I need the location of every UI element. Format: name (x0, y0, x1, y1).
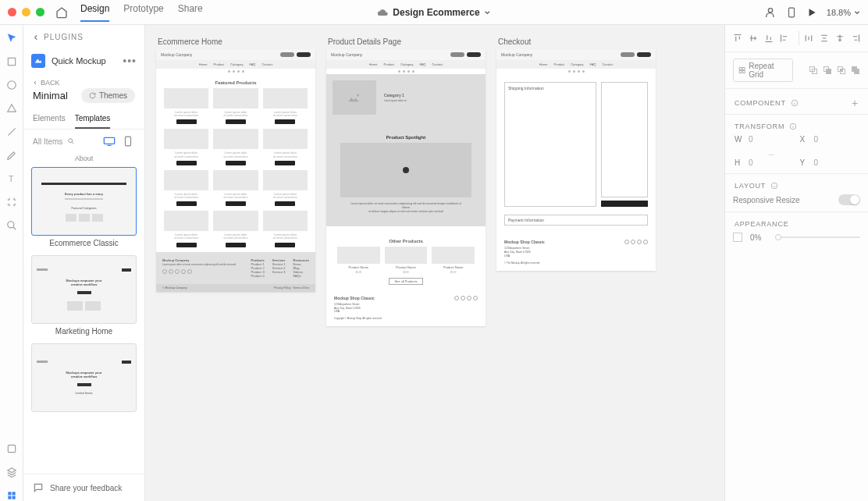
chevron-down-icon (485, 9, 491, 16)
maximize-window[interactable] (36, 8, 44, 16)
assets-icon[interactable] (6, 443, 17, 454)
info-icon[interactable] (770, 182, 778, 190)
add-component-icon[interactable]: + (852, 97, 859, 109)
align-top-icon[interactable] (733, 34, 742, 43)
svg-rect-16 (742, 68, 745, 70)
tab-design[interactable]: Design (80, 3, 109, 22)
artboard-wrap: Ecommerce Home Mockup Company HomeProduc… (156, 34, 315, 292)
plugins-header[interactable]: PLUGINS (23, 25, 144, 49)
text-tool-icon[interactable]: T (6, 173, 17, 184)
transform-label: TRANSFORM (735, 123, 784, 130)
component-section: COMPONENT + (725, 89, 868, 114)
close-window[interactable] (8, 8, 16, 16)
feedback-button[interactable]: Share your feedback (23, 474, 144, 501)
h-input[interactable]: 0 (749, 158, 794, 167)
plugin-icon (31, 54, 45, 68)
minimize-window[interactable] (22, 8, 30, 16)
tab-share[interactable]: Share (178, 3, 203, 22)
boolean-intersect-icon[interactable] (837, 66, 846, 75)
svg-rect-7 (8, 492, 11, 495)
rectangle-tool-icon[interactable] (6, 56, 17, 67)
svg-rect-8 (12, 492, 15, 495)
svg-rect-15 (739, 68, 742, 70)
canvas[interactable]: Ecommerce Home Mockup Company HomeProduc… (145, 25, 724, 501)
svg-rect-18 (742, 71, 745, 73)
line-tool-icon[interactable] (6, 126, 17, 137)
artboard-ecommerce-home[interactable]: Mockup Company HomeProductCategoryFAQCon… (156, 49, 315, 292)
artboard-checkout[interactable]: Mockup Company HomeProductCategoryFAQCon… (496, 49, 656, 271)
opacity-slider[interactable] (775, 236, 860, 238)
template-list[interactable]: Every product has a story Featured Categ… (23, 164, 144, 474)
themes-button[interactable]: Themes (81, 88, 135, 103)
active-plugin-row[interactable]: Quick Mockup ••• (23, 49, 144, 73)
info-icon[interactable] (791, 99, 799, 107)
mobile-icon[interactable] (786, 6, 797, 19)
align-right-icon[interactable] (851, 34, 860, 43)
tab-prototype[interactable]: Prototype (123, 3, 163, 22)
boolean-subtract-icon[interactable] (823, 66, 832, 75)
template-card[interactable]: Mockups empower yourcreative workflow Ma… (31, 255, 137, 336)
x-input[interactable]: 0 (814, 135, 859, 144)
artboard-tool-icon[interactable] (6, 197, 17, 208)
svg-rect-6 (8, 445, 15, 452)
layout-section: LAYOUT (725, 174, 868, 194)
plugins-label: PLUGINS (44, 33, 84, 41)
pen-tool-icon[interactable] (6, 150, 17, 161)
boolean-add-icon[interactable] (809, 66, 818, 75)
template-card[interactable]: Every product has a story Featured Categ… (31, 167, 137, 247)
chevron-left-icon (33, 80, 37, 85)
w-input[interactable]: 0 (749, 135, 794, 144)
chevron-left-icon (33, 34, 39, 41)
template-card[interactable]: Mockups empower yourcreative workflow Li… (31, 343, 137, 412)
align-hcenter-icon[interactable] (835, 34, 845, 43)
desktop-device-button[interactable] (102, 136, 116, 147)
boolean-exclude-icon[interactable] (851, 66, 860, 75)
zoom-level[interactable]: 18.8% (827, 8, 860, 17)
document-title[interactable]: Design Ecommerce (377, 7, 490, 18)
opacity-value[interactable]: 0% (750, 233, 761, 242)
subtab-elements[interactable]: Elements (33, 109, 66, 129)
artboard-product-details[interactable]: Mockup Company HomeProductCategoryFAQCon… (326, 49, 486, 326)
play-icon[interactable] (806, 7, 817, 18)
artboard-title[interactable]: Checkout (496, 34, 656, 49)
search-icon[interactable] (67, 137, 75, 145)
y-label: Y (800, 158, 808, 167)
spotlight-heading: Product Spotlight (340, 129, 471, 143)
info-icon[interactable] (789, 123, 797, 130)
svg-rect-22 (827, 69, 831, 74)
home-icon[interactable] (55, 6, 68, 19)
ellipse-tool-icon[interactable] (6, 80, 17, 91)
x-label: X (800, 135, 808, 144)
artboard-title[interactable]: Product Details Page (326, 34, 486, 49)
layout-label: LAYOUT (735, 182, 766, 190)
artboard-title[interactable]: Ecommerce Home (156, 34, 315, 49)
user-icon[interactable] (764, 6, 777, 19)
filter-label[interactable]: All Items (33, 137, 62, 146)
y-input[interactable]: 0 (814, 158, 859, 167)
select-tool-icon[interactable] (6, 33, 17, 44)
refresh-icon (89, 92, 96, 99)
align-vcenter-icon[interactable] (749, 34, 758, 43)
template-thumb: Mockups empower yourcreative workflow Li… (31, 343, 137, 412)
hero-category: Category 1 (384, 93, 404, 98)
align-bottom-icon[interactable] (764, 34, 774, 43)
opacity-checkbox[interactable] (733, 233, 742, 242)
back-button[interactable]: BACK (23, 73, 144, 87)
svg-rect-2 (8, 58, 15, 65)
polygon-tool-icon[interactable] (6, 103, 17, 114)
distribute-v-icon[interactable] (820, 34, 829, 43)
zoom-tool-icon[interactable] (6, 220, 17, 231)
distribute-h-icon[interactable] (804, 34, 813, 43)
repeat-grid-button[interactable]: Repeat Grid (733, 59, 793, 82)
plugin-menu-icon[interactable]: ••• (123, 55, 137, 67)
grid-icon (738, 66, 745, 74)
footer-company: Mockup Company (162, 258, 189, 262)
plugins-icon[interactable] (6, 490, 17, 501)
layers-icon[interactable] (6, 467, 17, 478)
subtab-templates[interactable]: Templates (75, 109, 111, 129)
align-left-icon[interactable] (780, 34, 789, 43)
svg-point-0 (768, 8, 772, 12)
responsive-toggle[interactable] (838, 194, 860, 205)
back-label: BACK (41, 79, 60, 87)
mobile-device-button[interactable] (121, 136, 135, 147)
